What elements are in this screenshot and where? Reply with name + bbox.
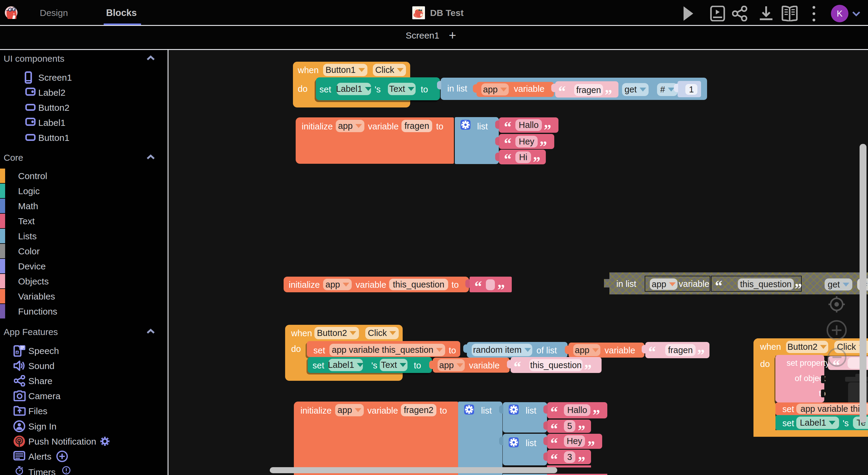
svg-text:A: A [16, 351, 19, 354]
